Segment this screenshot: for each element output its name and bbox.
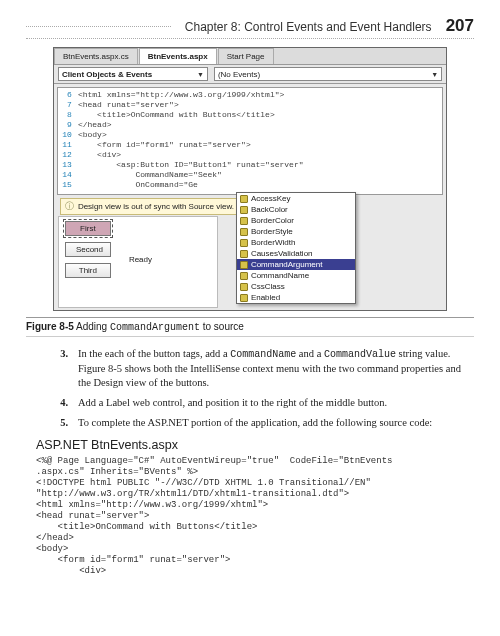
src-line: </head> (78, 120, 112, 130)
property-icon (240, 283, 248, 291)
src-line: <body> (78, 130, 107, 140)
figure-code-term: CommandArgument (110, 322, 200, 333)
step-body: Add a Label web control, and position it… (78, 396, 470, 410)
ide-screenshot: BtnEvents.aspx.cs BtnEvents.aspx Start P… (53, 47, 447, 311)
intellisense-item: BorderColor (237, 215, 355, 226)
intellisense-item-selected: CommandArgument (237, 259, 355, 270)
src-line: OnCommand="Ge (78, 180, 198, 190)
intellisense-item: AccessKey (237, 193, 355, 204)
step-body: To complete the ASP.NET portion of the a… (78, 416, 470, 430)
objects-dropdown-label: Client Objects & Events (62, 70, 152, 79)
figure-label: Figure 8-5 (26, 321, 74, 332)
design-button-second[interactable]: Second (65, 242, 111, 257)
step-body: In the each of the button tags, add a Co… (78, 347, 470, 390)
intellisense-item: Enabled (237, 292, 355, 303)
design-view: First Second Third Ready (58, 216, 218, 308)
intellisense-item: BorderStyle (237, 226, 355, 237)
step-3: 3. In the each of the button tags, add a… (54, 347, 470, 390)
property-icon (240, 294, 248, 302)
objects-dropdown[interactable]: Client Objects & Events ▼ (58, 67, 208, 81)
header-rule (26, 26, 171, 27)
intellisense-popup[interactable]: AccessKey BackColor BorderColor BorderSt… (236, 192, 356, 304)
step-number: 4. (54, 396, 68, 410)
chevron-down-icon: ▼ (431, 71, 438, 78)
dropdown-bar: Client Objects & Events ▼ (No Events) ▼ (54, 65, 446, 84)
step-4: 4. Add a Label web control, and position… (54, 396, 470, 410)
chapter-title: Chapter 8: Control Events and Event Hand… (185, 20, 432, 34)
document-tabs: BtnEvents.aspx.cs BtnEvents.aspx Start P… (54, 48, 446, 65)
property-icon (240, 195, 248, 203)
ready-label: Ready (129, 255, 152, 264)
property-icon (240, 272, 248, 280)
sync-warning-text: Design view is out of sync with Source v… (78, 202, 234, 211)
figure-caption: Figure 8-5 Adding CommandArgument to sou… (26, 317, 474, 337)
property-icon (240, 261, 248, 269)
tab-aspx[interactable]: BtnEvents.aspx (139, 48, 217, 64)
property-icon (240, 228, 248, 236)
design-button-first[interactable]: First (65, 221, 111, 236)
intellisense-item: BackColor (237, 204, 355, 215)
intellisense-item: CausesValidation (237, 248, 355, 259)
sync-warning-bar: ⓘ Design view is out of sync with Source… (60, 198, 239, 215)
events-dropdown[interactable]: (No Events) ▼ (214, 67, 442, 81)
step-number: 3. (54, 347, 68, 390)
tab-codebehind[interactable]: BtnEvents.aspx.cs (54, 48, 138, 64)
code-listing: <%@ Page Language="C#" AutoEventWireup="… (36, 456, 474, 577)
intellisense-item: BorderWidth (237, 237, 355, 248)
intellisense-item: CssClass (237, 281, 355, 292)
page-number: 207 (446, 16, 474, 36)
src-line: <html xmlns="http://www.w3.org/1999/xhtm… (78, 90, 284, 100)
src-line: <div> (78, 150, 121, 160)
source-editor[interactable]: 6<html xmlns="http://www.w3.org/1999/xht… (57, 87, 443, 195)
figure-text: to source (200, 321, 244, 332)
figure-text: Adding (76, 321, 110, 332)
src-line: <head runat="server"> (78, 100, 179, 110)
listing-heading: ASP.NET BtnEvents.aspx (36, 438, 474, 452)
tab-startpage[interactable]: Start Page (218, 48, 274, 64)
property-icon (240, 206, 248, 214)
design-button-third[interactable]: Third (65, 263, 111, 278)
intellisense-item: CommandName (237, 270, 355, 281)
step-number: 5. (54, 416, 68, 430)
src-line: CommandName="Seek" (78, 170, 222, 180)
src-line: <asp:Button ID="Button1" runat="server" (78, 160, 304, 170)
step-list: 3. In the each of the button tags, add a… (54, 347, 470, 430)
info-icon: ⓘ (65, 200, 74, 213)
src-line: <form id="form1" runat="server"> (78, 140, 251, 150)
property-icon (240, 217, 248, 225)
step-5: 5. To complete the ASP.NET portion of th… (54, 416, 470, 430)
property-icon (240, 239, 248, 247)
page-header: Chapter 8: Control Events and Event Hand… (26, 16, 474, 39)
chevron-down-icon: ▼ (197, 71, 204, 78)
property-icon (240, 250, 248, 258)
src-line: <title>OnCommand with Buttons</title> (78, 110, 275, 120)
lower-panel: ⓘ Design view is out of sync with Source… (54, 198, 446, 310)
events-dropdown-label: (No Events) (218, 70, 260, 79)
